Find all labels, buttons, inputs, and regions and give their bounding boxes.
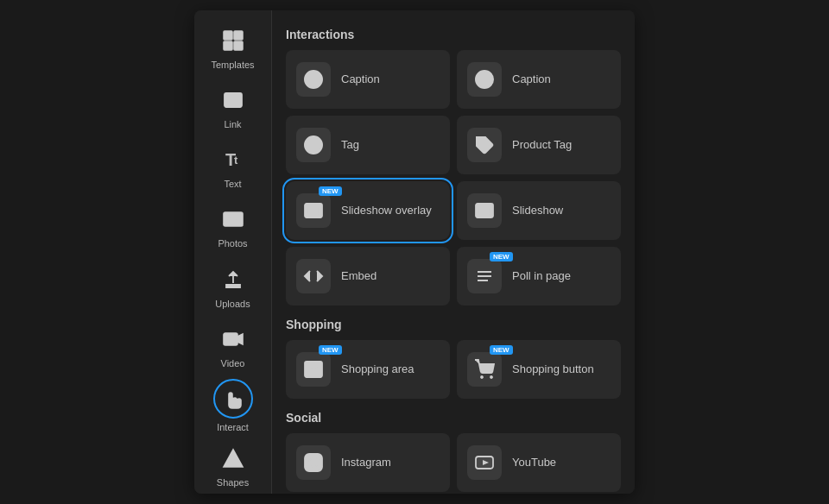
caption1-label: Caption [341, 72, 380, 87]
item-tag[interactable]: Tag [286, 116, 450, 174]
tag-icon [296, 128, 331, 162]
product-tag-icon [467, 128, 502, 162]
link-icon [218, 85, 249, 116]
svg-point-31 [481, 376, 483, 378]
caption2-label: Caption [512, 72, 551, 87]
sidebar-item-photos[interactable]: Photos [200, 198, 266, 255]
instagram-icon [296, 445, 331, 480]
item-youtube[interactable]: YouTube [457, 433, 621, 492]
section-title-shopping: Shopping [286, 318, 621, 331]
poll-badge: NEW [490, 252, 513, 261]
sidebar-label-interact: Interact [217, 422, 249, 432]
shopping-grid: NEW Shopping area NEW [286, 340, 621, 399]
svg-rect-24 [479, 207, 490, 214]
poll-label: Poll in page [512, 269, 571, 284]
svg-text:t: t [234, 154, 238, 167]
svg-rect-2 [224, 41, 232, 50]
shopping-button-icon [467, 352, 502, 387]
svg-rect-1 [234, 31, 243, 40]
sidebar-item-link[interactable]: Link [200, 79, 266, 135]
uploads-icon [218, 264, 249, 295]
svg-point-32 [490, 376, 492, 378]
video-icon [218, 324, 249, 355]
tag-label: Tag [341, 138, 359, 153]
slideshow-label: Slideshow [512, 204, 563, 218]
sidebar-item-interact[interactable]: Interact [200, 378, 266, 434]
embed-label: Embed [341, 269, 377, 284]
photos-icon [218, 204, 249, 235]
instagram-label: Instagram [341, 456, 391, 470]
shopping-button-badge: NEW [490, 345, 513, 355]
svg-rect-30 [305, 362, 322, 377]
slideshow-overlay-icon [296, 193, 331, 228]
sidebar-item-templates[interactable]: Templates [200, 19, 266, 75]
embed-icon [296, 259, 331, 293]
sidebar-label-uploads: Uploads [215, 299, 250, 309]
caption1-icon [296, 62, 331, 97]
youtube-label: YouTube [512, 456, 556, 470]
slideshow-icon [467, 193, 502, 228]
sidebar-label-templates: Templates [211, 60, 254, 70]
sidebar-label-video: Video [221, 358, 245, 369]
shapes-icon [218, 443, 249, 474]
social-grid: Instagram YouTube [286, 433, 621, 492]
item-embed[interactable]: Embed [286, 247, 450, 306]
product-tag-label: Product Tag [512, 138, 572, 153]
sidebar-item-video[interactable]: Video [200, 318, 266, 374]
panel: Templates Link T t Text [194, 10, 635, 494]
svg-point-34 [309, 458, 318, 467]
item-caption1[interactable]: Caption [286, 50, 450, 109]
section-title-social: Social [286, 411, 621, 425]
main-content: Interactions Caption [272, 10, 635, 494]
app-container: Templates Link T t Text [0, 0, 829, 504]
sidebar-label-text: Text [224, 179, 241, 189]
shopping-area-badge: NEW [319, 345, 342, 355]
item-product-tag[interactable]: Product Tag [457, 116, 621, 174]
shopping-area-label: Shopping area [341, 362, 414, 377]
text-icon: T t [218, 144, 249, 175]
shopping-area-icon [296, 352, 331, 387]
slideshow-overlay-badge: NEW [319, 186, 342, 196]
shopping-button-label: Shopping button [512, 362, 594, 377]
item-instagram[interactable]: Instagram [286, 433, 450, 492]
svg-rect-3 [234, 41, 243, 50]
caption2-icon [467, 62, 502, 97]
svg-point-35 [318, 457, 320, 459]
interactions-grid: Caption Caption [286, 50, 621, 306]
item-shopping-area[interactable]: NEW Shopping area [286, 340, 450, 399]
item-shopping-button[interactable]: NEW Shopping button [457, 340, 621, 399]
slideshow-overlay-label: Slideshow overlay [341, 204, 432, 218]
svg-rect-9 [224, 333, 237, 345]
item-poll[interactable]: NEW Poll in page [457, 247, 621, 306]
poll-icon [467, 259, 502, 293]
svg-rect-20 [308, 207, 319, 214]
svg-rect-4 [225, 93, 242, 107]
sidebar: Templates Link T t Text [194, 10, 272, 494]
sidebar-label-shapes: Shapes [217, 477, 249, 488]
sidebar-item-shapes[interactable]: Shapes [200, 438, 266, 494]
item-slideshow-overlay[interactable]: NEW Slideshow overlay [286, 181, 450, 240]
svg-marker-10 [224, 450, 243, 467]
interact-icon [213, 379, 253, 419]
item-caption2[interactable]: Caption [457, 50, 621, 109]
sidebar-item-uploads[interactable]: Uploads [200, 258, 266, 314]
svg-point-17 [305, 136, 322, 154]
item-slideshow[interactable]: Slideshow [457, 181, 621, 240]
sidebar-item-text[interactable]: T t Text [200, 139, 266, 195]
sidebar-label-photos: Photos [218, 238, 247, 249]
section-title-interactions: Interactions [286, 28, 621, 41]
sidebar-label-link: Link [224, 119, 241, 129]
templates-icon [218, 25, 249, 56]
svg-rect-0 [224, 31, 232, 40]
youtube-icon [467, 445, 502, 480]
svg-point-8 [227, 215, 231, 218]
